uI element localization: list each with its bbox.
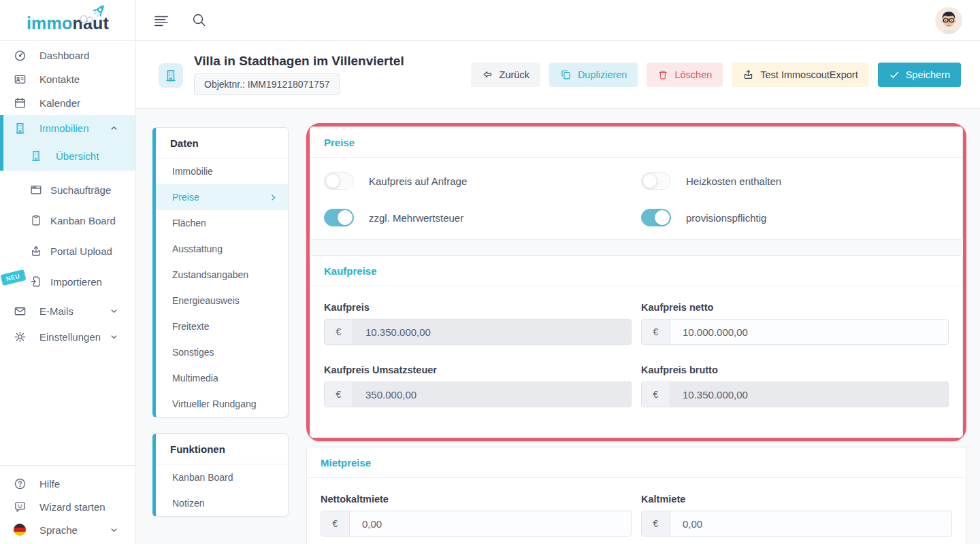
field-label: Kaufpreis brutto <box>641 364 949 375</box>
kaufpreis-netto-input[interactable] <box>670 320 948 344</box>
kaltmiete-input[interactable] <box>670 511 951 536</box>
rocket-icon <box>74 3 110 23</box>
subnav-item-preise[interactable]: Preise <box>156 184 288 210</box>
export-button[interactable]: Test ImmoscoutExport <box>732 63 868 87</box>
kaufpreis-brutto-input[interactable] <box>670 382 948 407</box>
kaufpreise-panel-title: Kaufpreise <box>310 256 962 286</box>
currency-input-group: € <box>641 511 952 537</box>
sidebar-item-portal-upload[interactable]: Portal Upload <box>0 236 135 267</box>
field-kaltmiete: Kaltmiete € <box>641 494 952 537</box>
sidebar-item-label: Immobilien <box>39 122 89 134</box>
euro-prefix: € <box>325 382 353 407</box>
toggle-row-provisionspflichtig: provisionspflichtig <box>641 209 949 226</box>
funktionen-card: Funktionen Kanban Board Notizen <box>152 433 289 517</box>
search-icon[interactable] <box>192 13 206 27</box>
sidebar-item-label: Kalender <box>39 97 80 109</box>
sidebar-item-wizard[interactable]: Wizard starten <box>0 495 135 518</box>
daten-card: Daten Immobilie Preise Flächen Ausstattu… <box>152 127 289 418</box>
back-button[interactable]: Zurück <box>471 63 540 87</box>
sidebar-item-sprache[interactable]: Sprache <box>0 518 135 541</box>
toggle-switch[interactable] <box>324 209 354 226</box>
field-label: Kaltmiete <box>641 494 952 505</box>
panels-column: Preise Kaufpreis auf Anfrage Heizkosten … <box>306 123 966 544</box>
sidebar-item-kalender[interactable]: Kalender <box>0 91 135 115</box>
building-icon <box>30 150 43 163</box>
kaufpreis-umsatzsteuer-input[interactable] <box>353 382 631 407</box>
sidebar-item-label: Einstellungen <box>39 331 101 343</box>
duplicate-button[interactable]: Duplizieren <box>549 63 638 87</box>
toggle-label: Heizkosten enthalten <box>686 175 781 187</box>
contact-card-icon <box>14 73 27 86</box>
mietpreise-panel: Mietpreise Nettokaltmiete € Kaltmiete € <box>306 447 966 544</box>
sidebar-item-dashboard[interactable]: Dashboard <box>0 44 135 67</box>
sidebar-item-kanban-board[interactable]: Kanban Board <box>0 205 135 236</box>
preise-panel-body: Kaufpreis auf Anfrage Heizkosten enthalt… <box>310 158 962 239</box>
subnav-item-freitexte[interactable]: Freitexte <box>156 313 288 339</box>
mietpreise-panel-title: Mietpreise <box>307 447 966 478</box>
mietpreise-panel-body: Nettokaltmiete € Kaltmiete € <box>307 478 966 544</box>
toggle-row-heizkosten-enthalten: Heizkosten enthalten <box>641 172 949 190</box>
user-avatar[interactable] <box>935 7 962 34</box>
toggle-label: provisionspflichtig <box>686 212 766 224</box>
toggle-label: Kaufpreis auf Anfrage <box>369 175 467 187</box>
gear-icon <box>14 330 27 343</box>
field-label: Nettokaltmiete <box>321 494 632 505</box>
field-label: Kaufpreis netto <box>641 302 949 313</box>
toggle-switch[interactable] <box>641 209 671 226</box>
sidebar-item-suchauftraege[interactable]: Suchaufträge <box>0 175 135 205</box>
funktionen-card-title: Funktionen <box>156 434 288 464</box>
subnav-item-virtueller-rundgang[interactable]: Virtueller Rundgang <box>156 391 288 417</box>
subnav-item-flaechen[interactable]: Flächen <box>156 210 288 236</box>
delete-button[interactable]: Löschen <box>647 63 723 87</box>
menu-icon[interactable] <box>154 13 169 28</box>
sidebar-footer: Hilfe Wizard starten Sprache <box>0 465 135 544</box>
euro-prefix: € <box>321 511 350 536</box>
chevron-up-icon <box>110 124 118 132</box>
toggle-row-kaufpreis-auf-anfrage: Kaufpreis auf Anfrage <box>324 172 632 190</box>
subnav-item-sonstiges[interactable]: Sonstiges <box>156 339 288 365</box>
app-logo[interactable]: immonaut <box>0 0 135 41</box>
sidebar-item-hilfe[interactable]: Hilfe <box>0 472 135 495</box>
kaufpreise-panel: Kaufpreise Kaufpreis € Kaufpreis netto <box>310 255 963 438</box>
field-label: Kaufpreis Umsatzsteuer <box>324 364 632 375</box>
preise-panel-title: Preise <box>310 127 962 158</box>
daten-list: Immobilie Preise Flächen Ausstattung Zus… <box>156 158 288 417</box>
preise-panel: Preise Kaufpreis auf Anfrage Heizkosten … <box>310 126 963 240</box>
field-kaufpreis-netto: Kaufpreis netto € <box>641 302 949 345</box>
topbar <box>136 0 980 41</box>
subnav-item-ausstattung[interactable]: Ausstattung <box>156 236 288 262</box>
page-header: Villa in Stadthagen im Villenviertel Obj… <box>136 41 980 109</box>
toggle-switch[interactable] <box>641 172 671 190</box>
sidebar-item-importieren[interactable]: NEU Importieren <box>0 267 135 297</box>
sidebar-item-uebersicht[interactable]: Übersicht <box>3 141 135 171</box>
field-kaufpreis-umsatzsteuer: Kaufpreis Umsatzsteuer € <box>324 364 632 407</box>
highlight-ring: Preise Kaufpreis auf Anfrage Heizkosten … <box>306 123 966 441</box>
envelope-icon <box>14 305 27 318</box>
sidebar-item-label: Sprache <box>39 524 78 536</box>
sidebar-item-immobilien[interactable]: Immobilien <box>3 115 135 141</box>
sidebar-item-emails[interactable]: E-Mails <box>0 297 135 324</box>
sidebar-item-label: Portal Upload <box>50 245 112 257</box>
field-kaufpreis: Kaufpreis € <box>324 302 632 345</box>
subnav-item-multimedia[interactable]: Multimedia <box>156 365 288 391</box>
currency-input-group: € <box>321 511 632 537</box>
subnav-item-kanban-board[interactable]: Kanban Board <box>156 464 288 490</box>
funktionen-list: Kanban Board Notizen <box>156 464 288 516</box>
import-file-icon <box>30 275 43 288</box>
kaufpreis-input[interactable] <box>353 320 631 344</box>
sidebar-item-label: Wizard starten <box>39 501 105 513</box>
sidebar-item-label: Übersicht <box>56 150 99 162</box>
subnav-item-energieausweis[interactable]: Energieausweis <box>156 288 288 313</box>
euro-prefix: € <box>642 320 670 344</box>
chevron-right-icon <box>270 194 277 201</box>
subnav-item-notizen[interactable]: Notizen <box>156 490 288 516</box>
sidebar-item-kontakte[interactable]: Kontakte <box>0 67 135 91</box>
save-button[interactable]: Speichern <box>878 63 961 87</box>
building-icon <box>159 63 183 88</box>
sidebar-item-einstellungen[interactable]: Einstellungen <box>0 324 135 349</box>
subnav-item-immobilie[interactable]: Immobilie <box>156 158 288 184</box>
nettokaltmiete-input[interactable] <box>350 511 631 536</box>
toggle-switch[interactable] <box>324 172 354 190</box>
euro-prefix: € <box>325 320 353 344</box>
subnav-item-zustandsangaben[interactable]: Zustandsangaben <box>156 262 288 288</box>
